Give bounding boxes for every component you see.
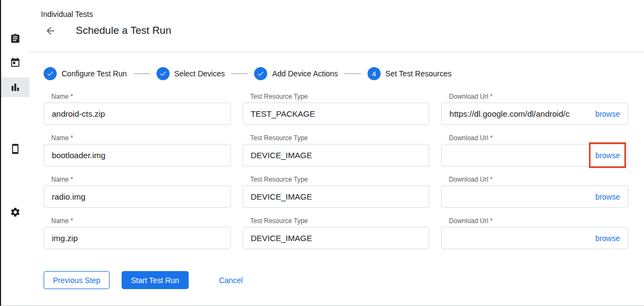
browse-button-highlighted[interactable]: browse	[595, 151, 620, 160]
previous-step-button[interactable]: Previous Step	[44, 271, 110, 289]
name-field	[44, 227, 231, 249]
gear-icon	[10, 207, 21, 218]
url-label: Download Url *	[449, 93, 628, 100]
arrow-back-icon	[45, 25, 56, 37]
url-input[interactable]	[449, 192, 590, 201]
type-label: Test Resource Type	[250, 176, 430, 183]
url-input[interactable]	[449, 151, 590, 160]
start-test-run-button[interactable]: Start Test Run	[122, 271, 188, 289]
url-input[interactable]	[449, 109, 590, 118]
name-label: Name *	[51, 134, 231, 142]
step-set-test-resources[interactable]: 4 Set Test Resources	[368, 67, 452, 80]
url-input[interactable]	[449, 233, 590, 243]
type-input[interactable]	[251, 192, 422, 201]
resource-url-cell: Download Url * browse	[441, 176, 628, 208]
type-label: Test Resource Type	[250, 217, 430, 225]
bar-chart-icon	[10, 82, 21, 93]
resource-name-cell: Name *	[44, 217, 231, 249]
assignment-icon	[10, 33, 21, 44]
step-select-devices[interactable]: Select Devices	[157, 67, 225, 80]
step-connector	[134, 73, 150, 74]
type-field	[243, 103, 430, 125]
type-field	[243, 227, 430, 249]
type-label: Test Resource Type	[250, 134, 430, 142]
name-label: Name *	[51, 93, 231, 100]
name-field	[44, 144, 231, 166]
resource-name-cell: Name *	[44, 93, 231, 125]
type-label: Test Resource Type	[250, 93, 430, 100]
stepper: Configure Test Run Select Devices Add De…	[44, 67, 452, 80]
url-label: Download Url *	[449, 176, 628, 183]
url-field: browse	[441, 227, 628, 249]
step-complete-circle	[44, 67, 57, 80]
sidebar-item-test-plans[interactable]	[1, 53, 29, 73]
url-field: browse	[441, 185, 628, 208]
name-input[interactable]	[52, 192, 222, 201]
sidebar-item-settings[interactable]	[1, 202, 29, 222]
sidebar	[1, 0, 29, 305]
browse-button[interactable]: browse	[595, 110, 620, 118]
sidebar-item-devices[interactable]	[1, 139, 29, 159]
resource-type-cell: Test Resource Type	[243, 134, 430, 166]
url-label: Download Url *	[449, 134, 628, 142]
back-button[interactable]	[44, 24, 57, 37]
url-field: browse	[441, 144, 628, 166]
app-window: Individual Tests Schedule a Test Run Con…	[0, 0, 644, 306]
step-configure-test-run[interactable]: Configure Test Run	[44, 67, 127, 80]
name-input[interactable]	[52, 109, 222, 118]
form-actions: Previous Step Start Test Run Cancel	[44, 271, 251, 289]
browse-button[interactable]: browse	[595, 234, 620, 243]
name-label: Name *	[51, 217, 231, 225]
name-input[interactable]	[52, 233, 222, 243]
step-connector	[231, 73, 248, 74]
step-label: Set Test Resources	[386, 69, 452, 78]
calendar-icon	[10, 57, 21, 68]
type-input[interactable]	[251, 151, 422, 160]
type-field	[243, 144, 430, 166]
step-complete-circle	[254, 67, 267, 80]
type-input[interactable]	[251, 109, 422, 118]
resource-type-cell: Test Resource Type	[243, 93, 430, 125]
smartphone-icon	[10, 143, 21, 154]
step-active-circle: 4	[368, 67, 381, 80]
name-field	[44, 185, 231, 208]
check-icon	[257, 70, 264, 77]
url-field: browse	[441, 103, 628, 125]
main-content: Individual Tests Schedule a Test Run Con…	[29, 0, 644, 305]
step-add-device-actions[interactable]: Add Device Actions	[254, 67, 338, 80]
resource-name-cell: Name *	[44, 134, 231, 166]
step-number: 4	[372, 70, 376, 78]
step-label: Select Devices	[174, 69, 225, 78]
resource-url-cell: Download Url * browse	[441, 134, 628, 166]
url-label: Download Url *	[449, 217, 628, 225]
sidebar-item-test-suites[interactable]	[1, 29, 29, 49]
test-resources-form: Name * Test Resource Type Download Url *…	[44, 93, 628, 249]
type-field	[243, 185, 430, 208]
check-icon	[159, 70, 167, 77]
step-label: Add Device Actions	[272, 69, 338, 78]
browse-button[interactable]: browse	[595, 193, 620, 201]
resource-name-cell: Name *	[44, 176, 231, 208]
cancel-button[interactable]: Cancel	[210, 271, 252, 289]
resource-type-cell: Test Resource Type	[243, 176, 430, 208]
check-icon	[46, 70, 54, 77]
sidebar-item-test-runs[interactable]	[1, 77, 29, 97]
name-input[interactable]	[52, 151, 222, 160]
resource-url-cell: Download Url * browse	[441, 217, 628, 249]
page-title: Schedule a Test Run	[76, 25, 171, 37]
type-input[interactable]	[251, 233, 422, 243]
header-divider	[29, 52, 644, 52]
step-complete-circle	[157, 67, 170, 80]
name-label: Name *	[51, 176, 231, 183]
step-connector	[345, 73, 361, 74]
name-field	[44, 103, 231, 125]
breadcrumb: Individual Tests	[41, 10, 93, 19]
resource-type-cell: Test Resource Type	[243, 217, 430, 249]
step-label: Configure Test Run	[62, 69, 127, 78]
resource-url-cell: Download Url * browse	[441, 93, 628, 125]
